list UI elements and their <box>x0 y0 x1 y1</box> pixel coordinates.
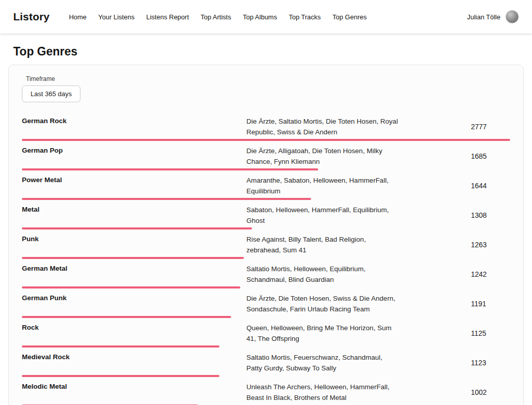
timeframe-section: Timeframe Last 365 days <box>22 75 510 102</box>
timeframe-label: Timeframe <box>26 75 510 82</box>
genre-count: 1308 <box>399 211 510 219</box>
genre-name: German Metal <box>22 264 246 285</box>
nav-item-top-artists[interactable]: Top Artists <box>201 13 231 21</box>
genre-name: German Punk <box>22 293 246 314</box>
nav-item-home[interactable]: Home <box>69 13 87 21</box>
genre-artists: Saltatio Mortis, Helloween, Equilibrium,… <box>246 264 399 285</box>
genre-count: 1242 <box>399 270 510 278</box>
genre-count: 1685 <box>399 152 510 160</box>
user-name[interactable]: Julian Tölle <box>467 13 500 21</box>
genre-count: 1125 <box>399 329 510 337</box>
genre-count: 1123 <box>399 359 510 367</box>
genre-artists: Unleash The Archers, Helloween, HammerFa… <box>246 382 399 403</box>
app-logo[interactable]: Listory <box>13 11 49 23</box>
nav-left: Listory HomeYour ListensListens ReportTo… <box>13 11 367 23</box>
genre-row: German PunkDie Ärzte, Die Toten Hosen, S… <box>22 288 510 318</box>
nav-item-your-listens[interactable]: Your Listens <box>98 13 134 21</box>
genre-count: 2777 <box>399 123 510 131</box>
genre-name: Metal <box>22 205 246 226</box>
page-title: Top Genres <box>13 45 532 59</box>
genre-name: Punk <box>22 234 246 255</box>
timeframe-select[interactable]: Last 365 days <box>22 85 80 102</box>
nav-right: Julian Tölle <box>467 10 519 23</box>
genre-count: 1644 <box>399 182 510 190</box>
genre-artists: Die Ärzte, Saltatio Mortis, Die Toten Ho… <box>246 116 399 137</box>
main-nav: HomeYour ListensListens ReportTop Artist… <box>69 13 367 21</box>
genre-artists: Saltatio Mortis, Feuerschwanz, Schandmau… <box>246 352 399 373</box>
genre-artists: Sabaton, Helloween, HammerFall, Equilibr… <box>246 205 399 226</box>
genre-row: RockQueen, Helloween, Bring Me The Horiz… <box>22 318 510 348</box>
genre-row: Melodic MetalUnleash The Archers, Hellow… <box>22 377 510 405</box>
genre-count: 1002 <box>399 388 510 396</box>
genre-artists: Amaranthe, Sabaton, Helloween, HammerFal… <box>246 175 399 196</box>
page-content: Top Genres Timeframe Last 365 days Germa… <box>0 45 532 405</box>
genre-count: 1263 <box>399 241 510 249</box>
genre-table: German RockDie Ärzte, Saltatio Mortis, D… <box>22 111 510 405</box>
genres-card: Timeframe Last 365 days German RockDie Ä… <box>8 65 524 405</box>
genre-count: 1191 <box>399 300 510 308</box>
genre-artists: Queen, Helloween, Bring Me The Horizon, … <box>246 323 399 344</box>
genre-row: Medieval RockSaltatio Mortis, Feuerschwa… <box>22 348 510 377</box>
nav-item-top-genres[interactable]: Top Genres <box>332 13 367 21</box>
genre-name: Rock <box>22 323 246 344</box>
genre-name: Medieval Rock <box>22 352 246 373</box>
genre-name: German Rock <box>22 116 246 137</box>
genre-artists: Die Ärzte, Alligatoah, Die Toten Hosen, … <box>246 146 399 167</box>
nav-item-top-tracks[interactable]: Top Tracks <box>289 13 321 21</box>
genre-row: PunkRise Against, Billy Talent, Bad Reli… <box>22 229 510 259</box>
genre-row: German MetalSaltatio Mortis, Helloween, … <box>22 259 510 288</box>
genre-name: Melodic Metal <box>22 382 246 403</box>
genre-name: German Pop <box>22 146 246 167</box>
genre-row: German RockDie Ärzte, Saltatio Mortis, D… <box>22 111 510 141</box>
user-avatar[interactable] <box>506 10 519 23</box>
genre-artists: Rise Against, Billy Talent, Bad Religion… <box>246 234 399 255</box>
top-nav: Listory HomeYour ListensListens ReportTo… <box>0 0 532 34</box>
nav-item-listens-report[interactable]: Listens Report <box>146 13 189 21</box>
genre-row: MetalSabaton, Helloween, HammerFall, Equ… <box>22 200 510 229</box>
genre-row: Power MetalAmaranthe, Sabaton, Helloween… <box>22 170 510 200</box>
genre-name: Power Metal <box>22 175 246 196</box>
genre-row: German PopDie Ärzte, Alligatoah, Die Tot… <box>22 141 510 170</box>
genre-artists: Die Ärzte, Die Toten Hosen, Swiss & Die … <box>246 293 399 314</box>
nav-item-top-albums[interactable]: Top Albums <box>243 13 277 21</box>
